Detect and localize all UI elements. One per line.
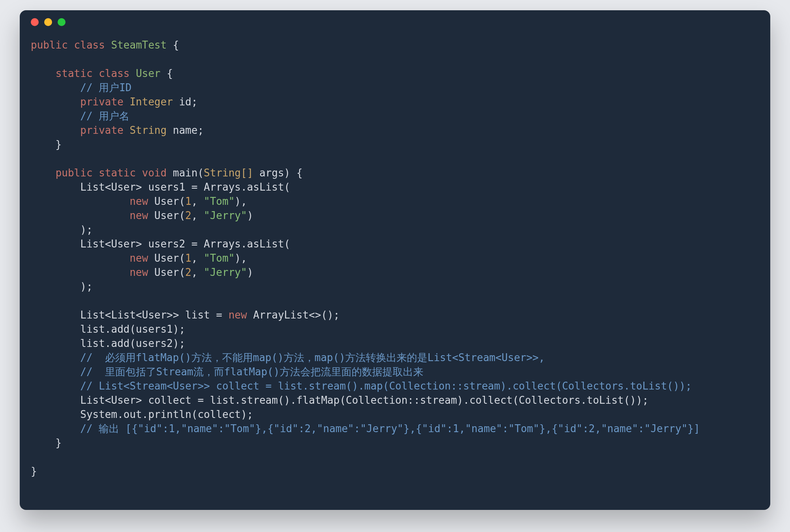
code-token: private xyxy=(80,96,124,108)
code-comment: // 输出 [{"id":1,"name":"Tom"},{"id":2,"na… xyxy=(80,423,700,435)
code-comment: // List<Stream<User>> collect = list.str… xyxy=(80,380,692,392)
code-token xyxy=(93,67,99,79)
code-token: new xyxy=(129,266,148,278)
code-token xyxy=(124,124,130,136)
code-token xyxy=(68,39,74,51)
code-token: id; xyxy=(173,96,198,108)
code-token xyxy=(31,82,80,94)
code-token: new xyxy=(129,210,148,221)
code-token: new xyxy=(228,309,247,321)
code-token: ); xyxy=(31,281,93,292)
code-token: "Jerry" xyxy=(204,210,247,221)
code-token xyxy=(31,366,80,378)
code-token: } xyxy=(31,139,62,150)
code-token: } xyxy=(31,437,62,449)
code-token: User( xyxy=(148,210,185,221)
code-token: ArrayList<>(); xyxy=(247,309,340,321)
code-token xyxy=(31,96,80,108)
code-comment: // 里面包括了Stream流，而flatMap()方法会把流里面的数据提取出来 xyxy=(80,366,423,378)
code-token xyxy=(129,67,136,79)
code-token: ); xyxy=(31,224,93,236)
code-token: String[] xyxy=(204,167,253,179)
code-token xyxy=(31,423,80,435)
code-token: void xyxy=(142,167,167,179)
code-token: list.add(users1); xyxy=(31,323,185,335)
code-token: static xyxy=(56,67,93,79)
code-token: String xyxy=(129,124,167,136)
code-comment: // 用户名 xyxy=(80,110,129,122)
code-token xyxy=(136,167,142,179)
code-token: List<User> users1 = Arrays.asList( xyxy=(31,181,290,193)
code-token: "Tom" xyxy=(204,252,234,264)
code-token: class xyxy=(74,39,105,51)
code-token: User( xyxy=(148,252,185,264)
code-token: , xyxy=(191,210,204,221)
code-token: 2 xyxy=(185,210,191,221)
code-token: new xyxy=(129,252,148,264)
code-token xyxy=(93,167,99,179)
code-token: list.add(users2); xyxy=(31,337,185,349)
code-token: User( xyxy=(148,266,185,278)
code-token: ) xyxy=(247,266,253,278)
code-token: ) xyxy=(247,210,253,221)
code-token: System.out.println(collect); xyxy=(31,408,253,420)
window-titlebar xyxy=(20,10,770,34)
code-block: public class SteamTest { static class Us… xyxy=(20,34,770,489)
code-token: static xyxy=(99,167,136,179)
code-token: List<User> collect = list.stream().flatM… xyxy=(31,394,648,406)
code-token: { xyxy=(167,39,179,51)
code-token: { xyxy=(161,67,173,79)
code-token: , xyxy=(191,266,204,278)
code-token: Integer xyxy=(129,96,173,108)
code-window: public class SteamTest { static class Us… xyxy=(20,10,770,510)
code-token xyxy=(31,252,129,264)
code-token: } xyxy=(31,465,37,477)
code-token: List<List<User>> list = xyxy=(31,309,228,321)
code-token: args) { xyxy=(253,167,303,179)
traffic-light-zoom-icon[interactable] xyxy=(58,18,66,26)
code-token xyxy=(31,210,129,221)
code-token: "Tom" xyxy=(204,195,234,207)
code-token: , xyxy=(191,195,204,207)
code-token xyxy=(31,266,129,278)
code-token: private xyxy=(80,124,124,136)
code-token: main( xyxy=(167,167,204,179)
traffic-light-close-icon[interactable] xyxy=(31,18,39,26)
code-token xyxy=(31,167,56,179)
code-token xyxy=(31,380,80,392)
code-token xyxy=(31,352,80,363)
code-token: "Jerry" xyxy=(204,266,247,278)
code-token: name; xyxy=(167,124,204,136)
code-token xyxy=(31,124,80,136)
traffic-light-minimize-icon[interactable] xyxy=(44,18,52,26)
code-token: new xyxy=(129,195,148,207)
code-token xyxy=(31,110,80,122)
code-token: 1 xyxy=(185,252,191,264)
code-token: User( xyxy=(148,195,185,207)
code-token: , xyxy=(191,252,204,264)
code-token: public xyxy=(31,39,68,51)
code-token xyxy=(124,96,130,108)
code-token: public xyxy=(56,167,93,179)
code-token: 2 xyxy=(185,266,191,278)
code-token: class xyxy=(99,67,129,79)
code-token: List<User> users2 = Arrays.asList( xyxy=(31,238,290,250)
code-token xyxy=(105,39,111,51)
code-token: SteamTest xyxy=(111,39,167,51)
code-token: 1 xyxy=(185,195,191,207)
code-token: ), xyxy=(235,252,247,264)
code-comment: // 用户ID xyxy=(80,82,131,94)
code-token xyxy=(31,67,56,79)
code-token xyxy=(31,195,129,207)
code-comment: // 必须用flatMap()方法，不能用map()方法，map()方法转换出来… xyxy=(80,352,545,363)
code-token: ), xyxy=(235,195,247,207)
code-token: User xyxy=(136,67,161,79)
